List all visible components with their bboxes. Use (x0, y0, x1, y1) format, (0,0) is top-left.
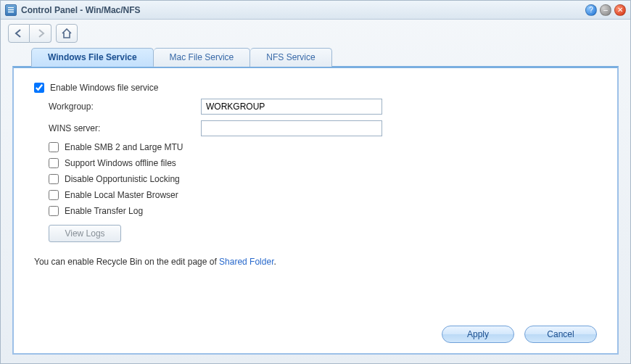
row-smb2: Enable SMB 2 and Large MTU (49, 142, 597, 152)
minimize-icon[interactable]: – (600, 4, 611, 16)
row-lmb: Enable Local Master Browser (49, 190, 597, 200)
checkbox-xferlog[interactable] (49, 206, 59, 216)
tab-nfs-service[interactable]: NFS Service (250, 48, 331, 67)
apply-button[interactable]: Apply (442, 326, 514, 343)
cancel-button[interactable]: Cancel (524, 326, 597, 343)
tabs-row: Windows File Service Mac File Service NF… (12, 47, 619, 66)
help-icon[interactable]: ? (585, 4, 597, 16)
label-oplock: Disable Opportunistic Locking (65, 174, 180, 184)
arrow-right-icon (36, 29, 46, 38)
label-xferlog: Enable Transfer Log (65, 206, 143, 216)
footer-buttons: Apply Cancel (34, 318, 597, 343)
row-enable-windows: Enable Windows file service (34, 83, 597, 93)
control-panel-window: Control Panel - Win/Mac/NFS ? – ✕ Window… (0, 0, 631, 364)
nav-group (8, 24, 51, 43)
label-lmb: Enable Local Master Browser (65, 190, 178, 200)
home-button[interactable] (56, 24, 78, 43)
content-area: Windows File Service Mac File Service NF… (1, 47, 630, 363)
label-workgroup: Workgroup: (49, 102, 201, 112)
forward-button[interactable] (30, 24, 51, 43)
panel-windows-file-service: Enable Windows file service Workgroup: W… (12, 66, 619, 355)
note-prefix: You can enable Recycle Bin on the edit p… (34, 257, 219, 267)
label-smb2: Enable SMB 2 and Large MTU (65, 142, 183, 152)
label-wins: WINS server: (49, 123, 201, 133)
input-wins[interactable] (201, 120, 382, 136)
toolbar (1, 20, 630, 47)
row-xferlog: Enable Transfer Log (49, 206, 597, 216)
shared-folder-link[interactable]: Shared Folder (219, 257, 273, 267)
row-view-logs: View Logs (49, 222, 597, 242)
home-icon (61, 28, 73, 38)
checkbox-offline[interactable] (49, 158, 59, 168)
input-workgroup[interactable] (201, 99, 382, 115)
app-icon (5, 4, 17, 16)
titlebar: Control Panel - Win/Mac/NFS ? – ✕ (1, 1, 630, 20)
note-suffix: . (273, 257, 276, 267)
checkbox-smb2[interactable] (49, 142, 59, 152)
label-enable-windows: Enable Windows file service (50, 83, 158, 93)
row-wins: WINS server: (49, 120, 597, 136)
label-offline: Support Windows offline files (65, 158, 176, 168)
window-title: Control Panel - Win/Mac/NFS (21, 5, 141, 15)
tab-mac-file-service[interactable]: Mac File Service (154, 48, 251, 67)
row-offline: Support Windows offline files (49, 158, 597, 168)
recycle-bin-note: You can enable Recycle Bin on the edit p… (34, 257, 597, 267)
arrow-left-icon (14, 29, 24, 38)
view-logs-button[interactable]: View Logs (49, 225, 121, 242)
row-workgroup: Workgroup: (49, 99, 597, 115)
checkbox-oplock[interactable] (49, 174, 59, 184)
checkbox-enable-windows[interactable] (34, 83, 44, 93)
back-button[interactable] (8, 24, 30, 43)
close-icon[interactable]: ✕ (614, 4, 626, 16)
tab-windows-file-service[interactable]: Windows File Service (31, 48, 154, 67)
checkbox-lmb[interactable] (49, 190, 59, 200)
row-oplock: Disable Opportunistic Locking (49, 174, 597, 184)
